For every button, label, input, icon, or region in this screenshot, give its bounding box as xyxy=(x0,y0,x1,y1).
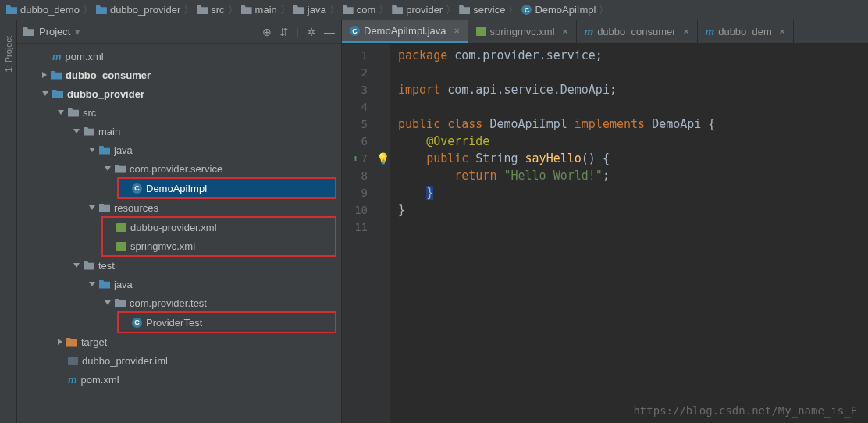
tree-node[interactable]: src xyxy=(17,103,341,122)
close-icon[interactable]: ✕ xyxy=(779,27,785,36)
breadcrumb-label: provider xyxy=(406,4,443,16)
breadcrumb-item[interactable]: CDemoApiImpl xyxy=(520,4,597,16)
tree-node[interactable]: dubbo_consumer xyxy=(17,66,341,84)
chevron-right-icon: 〉 xyxy=(83,3,93,17)
breadcrumb-item[interactable]: main xyxy=(240,4,279,16)
tree-node[interactable]: CProviderTest xyxy=(119,313,335,332)
close-icon[interactable]: ✕ xyxy=(454,27,460,35)
project-tool-label[interactable]: 1: Project xyxy=(4,36,13,72)
expand-arrow-icon[interactable] xyxy=(89,282,95,286)
breadcrumb-item[interactable]: provider xyxy=(390,4,444,16)
locate-icon[interactable]: ⊕ xyxy=(262,26,272,38)
tree-label: ProviderTest xyxy=(146,317,202,329)
folder-icon xyxy=(84,261,94,270)
folder-icon xyxy=(459,5,470,14)
sidebar-title[interactable]: Project xyxy=(39,26,70,37)
module-folder-icon xyxy=(99,280,110,289)
tree-node[interactable]: springmvc.xml xyxy=(103,236,335,255)
tree-label: dubbo_provider.iml xyxy=(82,355,168,367)
tree-node[interactable]: dubbo_provider xyxy=(17,84,341,103)
tree-node[interactable]: dubbo-provider.xml xyxy=(103,218,335,236)
tree-node[interactable]: test xyxy=(17,256,341,275)
tree-node[interactable]: dubbo_provider.iml xyxy=(17,351,341,370)
close-icon[interactable]: ✕ xyxy=(683,27,689,36)
breadcrumb-label: src xyxy=(211,4,224,16)
tab-label: dubbo_dem xyxy=(718,26,772,37)
tree-label: dubbo_consumer xyxy=(66,69,151,81)
tree-node[interactable]: CDemoApiImpl xyxy=(119,179,335,197)
expand-arrow-icon[interactable] xyxy=(42,91,48,96)
tree-label: src xyxy=(83,107,96,119)
hide-icon[interactable]: — xyxy=(324,26,335,38)
editor-tab[interactable]: CDemoApiImpl.java✕ xyxy=(342,20,468,43)
breadcrumb-label: dubbo_provider xyxy=(110,4,180,16)
breadcrumb-item[interactable]: dubbo_demo xyxy=(5,4,81,16)
breadcrumb-label: DemoApiImpl xyxy=(535,4,596,16)
breadcrumb-item[interactable]: com xyxy=(341,4,378,16)
chevron-right-icon: 〉 xyxy=(446,3,456,17)
tree-node[interactable]: resources xyxy=(17,198,341,217)
chevron-right-icon: 〉 xyxy=(329,3,340,17)
chevron-right-icon: 〉 xyxy=(599,3,609,17)
tree-node[interactable]: target xyxy=(17,332,341,351)
class-icon: C xyxy=(521,5,532,15)
tree-node[interactable]: mpom.xml xyxy=(17,47,341,66)
folder-icon xyxy=(343,5,354,14)
expand-arrow-icon[interactable] xyxy=(58,339,62,345)
tree-node[interactable]: java xyxy=(17,140,341,159)
tree-node[interactable]: com.provider.test xyxy=(17,293,341,312)
tree-label: main xyxy=(98,126,120,137)
settings-icon[interactable]: ✲ xyxy=(307,26,316,38)
expand-arrow-icon[interactable] xyxy=(89,148,95,152)
expand-arrow-icon[interactable] xyxy=(42,72,47,78)
sidebar-header: Project ▾ ⊕ ⇵ | ✲ — xyxy=(17,20,341,44)
expand-arrow-icon[interactable] xyxy=(105,166,111,171)
code-editor[interactable]: package com.provider.service; import com… xyxy=(390,44,868,423)
intention-bulb-icon[interactable]: 💡 xyxy=(376,150,390,167)
tree-node[interactable]: java xyxy=(17,275,341,293)
folder-icon xyxy=(293,5,304,14)
breadcrumb-item[interactable]: java xyxy=(292,4,328,16)
editor-tab[interactable]: mdubbo_dem✕ xyxy=(698,20,794,43)
breadcrumb-item[interactable]: service xyxy=(457,4,507,16)
breadcrumb-label: main xyxy=(255,4,277,16)
tree-node[interactable]: main xyxy=(17,122,341,140)
folder-icon xyxy=(241,5,252,14)
expand-arrow-icon[interactable] xyxy=(105,300,111,305)
expand-arrow-icon[interactable] xyxy=(58,110,64,115)
class-icon: C xyxy=(132,318,142,328)
dropdown-icon[interactable]: ▾ xyxy=(75,26,80,37)
module-folder-icon xyxy=(96,5,107,14)
maven-icon: m xyxy=(68,374,77,386)
editor-tabs: CDemoApiImpl.java✕springmvc.xml✕mdubbo_c… xyxy=(342,20,868,44)
tree-label: test xyxy=(98,260,115,272)
tab-label: springmvc.xml xyxy=(490,26,555,37)
expand-arrow-icon[interactable] xyxy=(73,263,80,268)
module-folder-icon xyxy=(99,146,110,155)
tool-window-stripe[interactable]: 1: Project xyxy=(0,20,17,423)
tree-node[interactable]: mpom.xml xyxy=(17,370,341,389)
tree-node[interactable]: com.provider.service xyxy=(17,159,341,178)
project-tree[interactable]: mpom.xmldubbo_consumerdubbo_providersrcm… xyxy=(17,44,341,392)
editor-tab[interactable]: mdubbo_consumer✕ xyxy=(577,20,698,43)
tree-label: java xyxy=(114,279,133,290)
expand-arrow-icon[interactable] xyxy=(73,129,80,133)
close-icon[interactable]: ✕ xyxy=(562,27,568,36)
project-icon xyxy=(23,27,34,36)
editor-tab[interactable]: springmvc.xml✕ xyxy=(468,20,577,43)
breadcrumb-item[interactable]: dubbo_provider xyxy=(94,4,182,16)
watermark: https://blog.csdn.net/My_name_is_F xyxy=(633,404,857,417)
xml-icon xyxy=(476,27,486,36)
maven-icon: m xyxy=(706,26,715,37)
editor-gutter[interactable]: 1234567⬆891011 xyxy=(342,44,390,423)
chevron-right-icon: 〉 xyxy=(228,3,238,17)
expand-arrow-icon[interactable] xyxy=(89,205,95,210)
collapse-icon[interactable]: ⇵ xyxy=(279,26,289,38)
implements-icon[interactable]: ⬆ xyxy=(353,150,358,167)
iml-icon xyxy=(68,357,78,365)
chevron-right-icon: 〉 xyxy=(280,3,290,17)
xml-icon xyxy=(116,242,126,251)
breadcrumb-item[interactable]: src xyxy=(195,4,226,16)
tree-label: pom.xml xyxy=(81,374,119,386)
tree-label: pom.xml xyxy=(66,51,104,62)
